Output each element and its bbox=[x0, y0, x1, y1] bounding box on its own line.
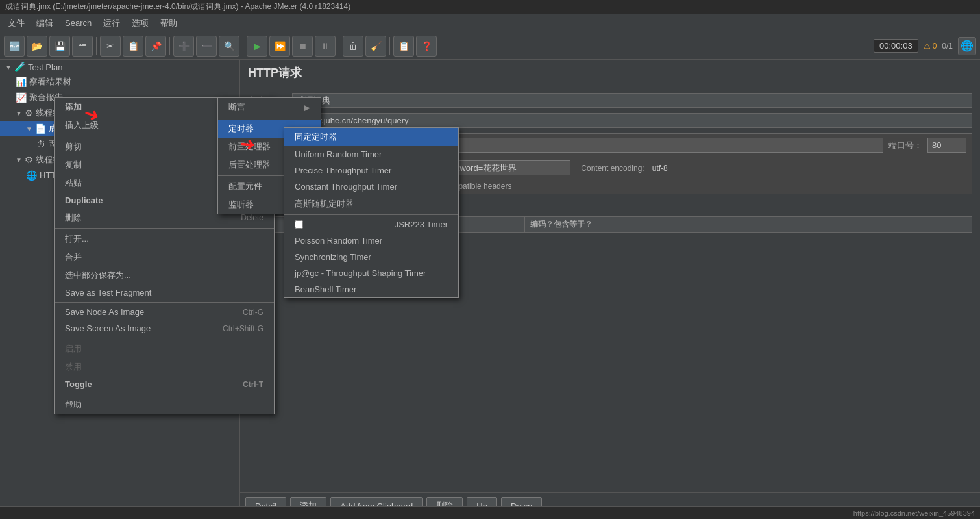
ctx-sub2-uniform-random[interactable]: Uniform Random Timer bbox=[284, 146, 458, 162]
name-input[interactable] bbox=[292, 93, 972, 108]
ctx-sub1-assert-label: 断言 bbox=[228, 101, 245, 113]
ctx-sub2-uniform-random-label: Uniform Random Timer bbox=[295, 149, 382, 159]
label-results: 察看结果树 bbox=[29, 76, 71, 88]
ctx-sep3 bbox=[55, 302, 274, 303]
menu-edit[interactable]: 编辑 bbox=[31, 16, 58, 31]
ctx-sub2-constant-throughput[interactable]: Constant Throughput Timer bbox=[284, 179, 458, 195]
ctx-merge[interactable]: 合并 bbox=[55, 248, 274, 266]
toolbar-stop2[interactable]: ⏸ bbox=[315, 36, 336, 57]
arrow-tg1: ▼ bbox=[16, 110, 22, 117]
ctx-save-screen-image-label: Save Screen As Image bbox=[65, 323, 151, 333]
toolbar-sep1 bbox=[96, 37, 97, 55]
arrow-testplan: ▼ bbox=[5, 64, 12, 71]
ctx-disable[interactable]: 禁用 bbox=[55, 358, 274, 376]
ctx-toggle[interactable]: Toggle Ctrl-T bbox=[55, 376, 274, 392]
ctx-paste-label: 粘贴 bbox=[65, 177, 82, 189]
ctx-sub2-jsr223[interactable]: JSR223 Timer bbox=[284, 216, 458, 233]
ctx-sub2-fixed-timer-label: 固定定时器 bbox=[295, 131, 337, 143]
toolbar-sep5 bbox=[389, 37, 390, 55]
warning-icon: ⚠ bbox=[924, 42, 931, 51]
ctx-sub2-poisson[interactable]: Poisson Random Timer bbox=[284, 233, 458, 249]
toolbar-cut[interactable]: ✂ bbox=[100, 36, 121, 57]
warning-count: 0 bbox=[933, 42, 937, 51]
ctx-save-node-image[interactable]: Save Node As Image Ctrl-G bbox=[55, 304, 274, 320]
menu-file[interactable]: 文件 bbox=[3, 16, 30, 31]
icon-testplan: 🧪 bbox=[14, 62, 25, 72]
menu-options[interactable]: 选项 bbox=[127, 16, 154, 31]
menu-search[interactable]: Search bbox=[60, 16, 97, 30]
toolbar-save2[interactable]: 🗃 bbox=[72, 36, 93, 57]
ctx-sub2-jpgc[interactable]: jp@gc - Throughput Shaping Timer bbox=[284, 265, 458, 281]
ctx-sub2-precise-throughput[interactable]: Precise Throughput Timer bbox=[284, 162, 458, 179]
ctx-sub2-fixed-timer[interactable]: 固定定时器 bbox=[284, 128, 458, 146]
port-label: 端口号： bbox=[888, 140, 922, 151]
ctx-sub2-gaussian[interactable]: 高斯随机定时器 bbox=[284, 195, 458, 213]
ctx-sub2-sep1 bbox=[284, 214, 458, 215]
ctx-save-partial[interactable]: 选中部分保存为... bbox=[55, 266, 274, 285]
icon-results: 📊 bbox=[16, 77, 27, 87]
ctx-cut-label: 剪切 bbox=[65, 141, 82, 153]
ctx-sub2-sync[interactable]: Synchronizing Timer bbox=[284, 249, 458, 265]
toolbar-clear2[interactable]: 🧹 bbox=[365, 36, 386, 57]
ctx-save-node-image-label: Save Node As Image bbox=[65, 307, 144, 317]
ctx-sub2-constant-throughput-label: Constant Throughput Timer bbox=[295, 182, 397, 192]
toolbar-add[interactable]: ➕ bbox=[173, 36, 194, 57]
ctx-copy-label: 复制 bbox=[65, 159, 82, 171]
menu-bar: 文件 编辑 Search 运行 选项 帮助 bbox=[0, 14, 980, 32]
ctx-toggle-label: Toggle bbox=[65, 379, 92, 389]
icon-report: 📈 bbox=[16, 92, 27, 103]
ctx-enable[interactable]: 启用 bbox=[55, 340, 274, 358]
ctx-open[interactable]: 打开... bbox=[55, 230, 274, 248]
toolbar-paste[interactable]: 📌 bbox=[145, 36, 166, 57]
toolbar-remove[interactable]: ➖ bbox=[196, 36, 217, 57]
context-menu-sub2[interactable]: 固定定时器 Uniform Random Timer Precise Throu… bbox=[284, 127, 459, 298]
toolbar-start2[interactable]: ⏩ bbox=[269, 36, 290, 57]
toolbar-save[interactable]: 💾 bbox=[49, 36, 70, 57]
toolbar-new[interactable]: 🆕 bbox=[4, 36, 25, 57]
ctx-save-partial-label: 选中部分保存为... bbox=[65, 270, 131, 281]
ctx-sep4 bbox=[55, 338, 274, 338]
icon-chengyu: 📄 bbox=[35, 123, 46, 134]
ctx-enable-label: 启用 bbox=[65, 343, 82, 355]
sidebar-item-results[interactable]: 📊 察看结果树 bbox=[0, 74, 239, 90]
ctx-toggle-shortcut: Ctrl-T bbox=[243, 380, 263, 389]
status-bar: https://blog.csdn.net/weixin_45948394 bbox=[0, 506, 980, 519]
ctx-sub2-beanshell-label: BeanShell Timer bbox=[295, 285, 356, 294]
menu-run[interactable]: 运行 bbox=[98, 16, 125, 31]
ctx-save-screen-image[interactable]: Save Screen As Image Ctrl+Shift-G bbox=[55, 320, 274, 336]
ctx-sub2-beanshell[interactable]: BeanShell Timer bbox=[284, 281, 458, 297]
toolbar-browse[interactable]: 🔍 bbox=[219, 36, 239, 57]
ctx-add-label: 添加 bbox=[65, 101, 82, 113]
ctx-sub2-jpgc-label: jp@gc - Throughput Shaping Timer bbox=[295, 268, 426, 278]
port-input[interactable] bbox=[927, 138, 966, 153]
warning-badge: ⚠ 0 bbox=[924, 42, 937, 51]
arrow-tg2: ▼ bbox=[16, 157, 22, 164]
ctx-save-fragment-label: Save as Test Fragment bbox=[65, 288, 151, 297]
toolbar-copy[interactable]: 📋 bbox=[123, 36, 143, 57]
toolbar-help[interactable]: ❓ bbox=[416, 36, 437, 57]
toolbar-start[interactable]: ▶ bbox=[247, 36, 267, 57]
toolbar-list[interactable]: 📋 bbox=[393, 36, 414, 57]
icon-tg1: ⚙ bbox=[25, 108, 33, 118]
globe-btn[interactable]: 🌐 bbox=[958, 37, 976, 55]
sidebar-item-testplan[interactable]: ▼ 🧪 Test Plan bbox=[0, 60, 239, 74]
toolbar-stop[interactable]: ⏹ bbox=[292, 36, 313, 57]
port-row: 端口号： bbox=[888, 138, 966, 153]
ctx-save-screen-image-shortcut: Ctrl+Shift-G bbox=[223, 324, 263, 333]
timer-display: 00:00:03 bbox=[874, 39, 918, 53]
icon-http: 🌐 bbox=[26, 170, 37, 181]
toolbar-open[interactable]: 📂 bbox=[27, 36, 47, 57]
ctx-sub1-assert[interactable]: 断言 ▶ bbox=[218, 98, 321, 116]
toolbar-clear[interactable]: 🗑 bbox=[343, 36, 363, 57]
menu-help[interactable]: 帮助 bbox=[155, 16, 182, 31]
ctx-help[interactable]: 帮助 bbox=[55, 396, 274, 414]
comment-input[interactable] bbox=[292, 113, 972, 128]
ctx-save-fragment[interactable]: Save as Test Fragment bbox=[55, 285, 274, 301]
ctx-sub2-precise-throughput-label: Precise Throughput Timer bbox=[295, 166, 391, 175]
ctx-sub1-listener-label: 监听器 bbox=[228, 199, 254, 210]
toolbar: 🆕 📂 💾 🗃 ✂ 📋 📌 ➕ ➖ 🔍 ▶ ⏩ ⏹ ⏸ 🗑 🧹 📋 ❓ 00:0… bbox=[0, 32, 980, 60]
ctx-open-label: 打开... bbox=[65, 233, 89, 245]
ctx-sub1-sep1 bbox=[218, 118, 321, 118]
panel-header: HTTP请求 bbox=[240, 60, 980, 86]
ctx-sub2-jsr223-checkbox[interactable] bbox=[295, 220, 303, 229]
